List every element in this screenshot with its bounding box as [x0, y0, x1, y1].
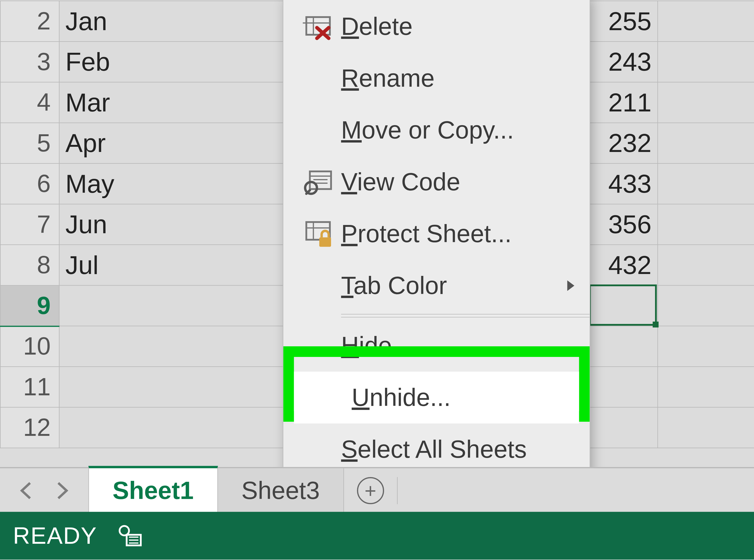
- tab-nav-prev-icon[interactable]: [20, 482, 33, 499]
- row-header[interactable]: 10: [0, 326, 59, 367]
- tab-nav: [0, 482, 88, 499]
- menu-item-viewcode[interactable]: View Code: [283, 156, 590, 208]
- cell[interactable]: Apr: [59, 123, 289, 163]
- row-header[interactable]: 5: [0, 123, 59, 163]
- cell[interactable]: May: [59, 163, 289, 204]
- cell[interactable]: 255: [589, 1, 658, 42]
- menu-item-unhide[interactable]: Unhide...: [294, 372, 579, 424]
- tab-nav-next-icon[interactable]: [56, 482, 69, 499]
- menu-item-label: Rename: [341, 64, 576, 93]
- cell[interactable]: [658, 123, 754, 163]
- cell[interactable]: Feb: [59, 41, 289, 82]
- status-text: READY: [13, 522, 97, 549]
- status-bar: READY: [0, 512, 754, 560]
- menu-item-protect[interactable]: Protect Sheet...: [283, 208, 590, 260]
- view-code-icon: [295, 168, 341, 196]
- menu-item-move[interactable]: Move or Copy...: [283, 104, 590, 156]
- cell[interactable]: 432: [589, 245, 658, 285]
- cell[interactable]: 211: [589, 82, 658, 123]
- menu-item-label: View Code: [341, 168, 576, 196]
- cell[interactable]: 356: [589, 204, 658, 245]
- cell[interactable]: [59, 407, 289, 448]
- row-header[interactable]: 3: [0, 41, 59, 82]
- plus-icon: +: [357, 477, 384, 504]
- menu-item-label: Delete: [341, 13, 576, 41]
- menu-item-label: Move or Copy...: [341, 116, 576, 144]
- row-header[interactable]: 2: [0, 1, 59, 42]
- sheet-context-menu: DeleteRenameMove or Copy...View CodeProt…: [283, 0, 590, 482]
- cell[interactable]: [658, 366, 754, 407]
- menu-item-delete[interactable]: Delete: [283, 1, 590, 53]
- row-header[interactable]: 11: [0, 366, 59, 407]
- cell[interactable]: Jun: [59, 204, 289, 245]
- cell[interactable]: [589, 366, 658, 407]
- svg-rect-14: [319, 238, 331, 247]
- cell[interactable]: Jan: [59, 1, 289, 42]
- cell[interactable]: [589, 285, 658, 326]
- cell[interactable]: [589, 407, 658, 448]
- cell[interactable]: [658, 407, 754, 448]
- new-sheet-button[interactable]: +: [344, 477, 398, 504]
- sheet-tab-sheet1[interactable]: Sheet1: [88, 466, 218, 513]
- macro-record-icon[interactable]: [117, 524, 143, 547]
- cell[interactable]: Jul: [59, 245, 289, 285]
- cell[interactable]: 433: [589, 163, 658, 204]
- menu-item-label: Hide: [341, 332, 576, 360]
- cell[interactable]: [658, 1, 754, 42]
- row-header[interactable]: 4: [0, 82, 59, 123]
- cell[interactable]: 243: [589, 41, 658, 82]
- sheet-tab-strip: Sheet1Sheet3 +: [0, 467, 754, 513]
- cell[interactable]: [658, 163, 754, 204]
- sheet-tab-sheet3[interactable]: Sheet3: [218, 468, 344, 513]
- cell[interactable]: [658, 82, 754, 123]
- row-header[interactable]: 6: [0, 163, 59, 204]
- menu-item-label: Protect Sheet...: [341, 220, 576, 248]
- cell[interactable]: [658, 245, 754, 285]
- cell[interactable]: Mar: [59, 82, 289, 123]
- cell[interactable]: [658, 326, 754, 367]
- menu-item-label: Select All Sheets: [341, 435, 576, 464]
- menu-separator: [341, 314, 590, 315]
- submenu-arrow-icon: [568, 280, 574, 291]
- delete-icon: [295, 13, 341, 41]
- cell[interactable]: [59, 366, 289, 407]
- menu-item-rename[interactable]: Rename: [283, 53, 590, 104]
- row-header[interactable]: 8: [0, 245, 59, 285]
- row-header[interactable]: 9: [0, 285, 59, 326]
- menu-item-hide[interactable]: Hide: [283, 320, 590, 372]
- protect-icon: [295, 220, 341, 248]
- menu-separator: [341, 317, 590, 318]
- menu-item-tabcolor[interactable]: Tab Color: [283, 260, 590, 312]
- cell[interactable]: [658, 285, 754, 326]
- cell[interactable]: [658, 41, 754, 82]
- cell[interactable]: [658, 204, 754, 245]
- cell[interactable]: [589, 326, 658, 367]
- cell[interactable]: [59, 326, 289, 367]
- menu-item-label: Tab Color: [341, 272, 576, 300]
- cell[interactable]: [59, 285, 289, 326]
- menu-item-label: Unhide...: [352, 383, 565, 412]
- row-header[interactable]: 7: [0, 204, 59, 245]
- cell[interactable]: 232: [589, 123, 658, 163]
- row-header[interactable]: 12: [0, 407, 59, 448]
